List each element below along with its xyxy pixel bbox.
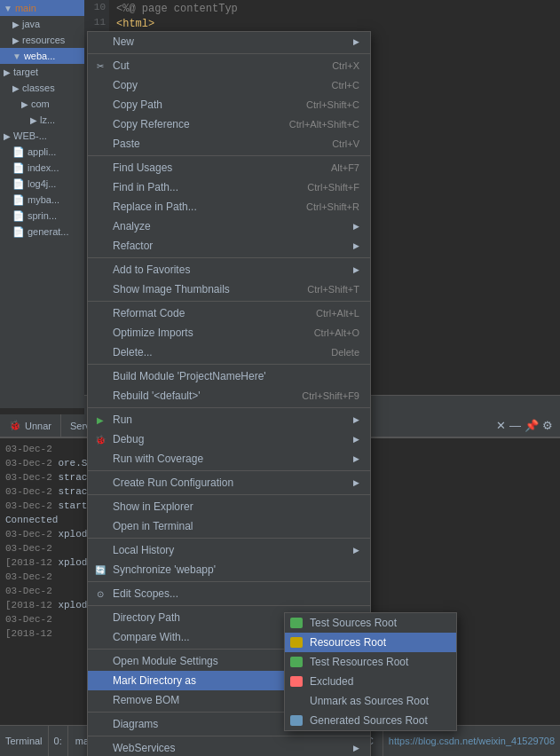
menu-item-open-terminal[interactable]: Open in Terminal	[88, 516, 370, 536]
menu-item-show-explorer[interactable]: Show in Explorer	[88, 497, 370, 516]
tree-item-sprin[interactable]: 📄 sprin...	[0, 208, 84, 224]
submenu-item-generated-sources-root[interactable]: Generated Sources Root	[285, 711, 456, 730]
folder-icon: ▶	[12, 20, 20, 29]
menu-item-build-module[interactable]: Build Module 'ProjectNameHere'	[88, 366, 370, 386]
test-resources-root-icon	[290, 657, 303, 667]
folder-icon: ▶	[4, 67, 11, 77]
submenu-item-excluded[interactable]: Excluded	[285, 672, 456, 691]
menu-separator	[88, 538, 370, 539]
menu-item-copy-ref[interactable]: Copy Reference Ctrl+Alt+Shift+C	[88, 114, 370, 134]
menu-item-copy[interactable]: Copy Ctrl+C	[88, 75, 370, 95]
todo-tab[interactable]: 0:	[49, 726, 68, 756]
tree-item-java[interactable]: ▶ java	[0, 16, 84, 32]
minimize-panel-icon[interactable]: —	[509, 419, 521, 432]
menu-item-sync-webapp[interactable]: 🔄 Synchronize 'webapp'	[88, 560, 370, 579]
menu-item-debug[interactable]: 🐞 Debug	[88, 429, 370, 449]
menu-item-edit-scopes[interactable]: ⊙ Edit Scopes...	[88, 584, 370, 603]
tree-item-main[interactable]: ▼ main	[0, 0, 84, 16]
folder-open-icon: ▼	[12, 51, 21, 61]
menu-item-webservices[interactable]: WebServices	[88, 738, 370, 756]
menu-separator	[88, 257, 370, 258]
menu-item-paste[interactable]: Paste Ctrl+V	[88, 134, 370, 154]
menu-separator	[88, 736, 370, 736]
submenu-item-test-sources-root[interactable]: Test Sources Root	[285, 613, 456, 633]
scope-icon: ⊙	[93, 589, 107, 599]
menu-item-add-favorites[interactable]: Add to Favorites	[88, 260, 370, 280]
folder-icon: ▶	[30, 115, 37, 125]
menu-item-create-run-config[interactable]: Create Run Configuration	[88, 473, 370, 492]
folder-icon: ▶	[12, 83, 20, 93]
folder-icon: ▶	[12, 35, 20, 45]
tree-item-web[interactable]: ▶ WEB-...	[0, 128, 84, 144]
menu-item-show-thumbnails[interactable]: Show Image Thumbnails Ctrl+Shift+T	[88, 280, 370, 299]
folder-icon: ▼	[4, 4, 12, 13]
excluded-icon	[290, 676, 303, 687]
tree-item-classes[interactable]: ▶ classes	[0, 80, 84, 96]
menu-item-optimize-imports[interactable]: Optimize Imports Ctrl+Alt+O	[88, 323, 370, 343]
menu-item-local-history[interactable]: Local History	[88, 540, 370, 560]
menu-item-rebuild[interactable]: Rebuild '<default>' Ctrl+Shift+F9	[88, 386, 370, 406]
debug-icon: 🐞	[93, 435, 107, 445]
tree-item-resources[interactable]: ▶ resources	[0, 32, 84, 48]
tree-item-lz[interactable]: ▶ lz...	[0, 112, 84, 128]
folder-icon: ▶	[21, 99, 28, 109]
tree-item-com[interactable]: ▶ com	[0, 96, 84, 112]
menu-separator	[88, 53, 370, 54]
menu-separator	[88, 494, 370, 495]
resources-root-icon	[290, 637, 303, 648]
menu-separator	[88, 407, 370, 408]
tree-item-appli[interactable]: 📄 appli...	[0, 144, 84, 160]
submenu-item-resources-root[interactable]: Resources Root	[285, 633, 456, 652]
menu-separator	[88, 470, 370, 471]
menu-separator	[88, 605, 370, 606]
submenu-item-unmark[interactable]: Unmark as Sources Root	[285, 691, 456, 711]
tree-item-target[interactable]: ▶ target	[0, 64, 84, 80]
menu-item-refactor[interactable]: Refactor	[88, 236, 370, 256]
tree-item-myba[interactable]: 📄 myba...	[0, 192, 84, 208]
bug-icon: 🐞	[9, 420, 21, 431]
tree-item-webapp[interactable]: ▼ weba...	[0, 48, 84, 64]
status-url: https://blog.csdn.net/weixin_41529708	[383, 736, 560, 746]
menu-item-delete[interactable]: Delete... Delete	[88, 343, 370, 362]
mark-directory-submenu: Test Sources Root Resources Root Test Re…	[284, 612, 457, 731]
menu-item-cut[interactable]: ✂ Cut Ctrl+X	[88, 56, 370, 75]
terminal-tab[interactable]: Terminal	[0, 726, 49, 756]
sync-icon: 🔄	[93, 565, 107, 575]
menu-separator	[88, 364, 370, 365]
test-sources-root-icon	[290, 618, 303, 628]
menu-item-find-usages[interactable]: Find Usages Alt+F7	[88, 158, 370, 177]
tab-bug[interactable]: 🐞 Unnar	[0, 414, 61, 437]
file-tree: ▼ main ▶ java ▶ resources ▼ weba... ▶ ta…	[0, 0, 84, 408]
menu-item-run-coverage[interactable]: Run with Coverage	[88, 449, 370, 469]
menu-item-reformat[interactable]: Reformat Code Ctrl+Alt+L	[88, 303, 370, 323]
close-panel-icon[interactable]: ✕	[496, 419, 506, 432]
settings-icon[interactable]: ⚙	[542, 419, 553, 432]
menu-item-copy-path[interactable]: Copy Path Ctrl+Shift+C	[88, 95, 370, 114]
menu-separator	[88, 155, 370, 156]
tree-item-index[interactable]: 📄 index...	[0, 160, 84, 176]
pin-panel-icon[interactable]: 📌	[525, 419, 539, 432]
menu-item-run[interactable]: ▶ Run	[88, 410, 370, 429]
menu-separator	[88, 301, 370, 302]
folder-icon: ▶	[4, 131, 11, 141]
tree-item-generat[interactable]: 📄 generat...	[0, 224, 84, 240]
menu-separator	[88, 581, 370, 582]
menu-item-find-in-path[interactable]: Find in Path... Ctrl+Shift+F	[88, 177, 370, 197]
run-icon: ▶	[93, 415, 107, 425]
menu-item-replace-in-path[interactable]: Replace in Path... Ctrl+Shift+R	[88, 197, 370, 217]
tree-item-log4j[interactable]: 📄 log4j...	[0, 176, 84, 192]
submenu-item-test-resources-root[interactable]: Test Resources Root	[285, 652, 456, 672]
menu-item-new[interactable]: New	[88, 32, 370, 51]
menu-item-analyze[interactable]: Analyze	[88, 217, 370, 236]
cut-icon: ✂	[93, 61, 107, 71]
generated-sources-root-icon	[290, 715, 303, 726]
